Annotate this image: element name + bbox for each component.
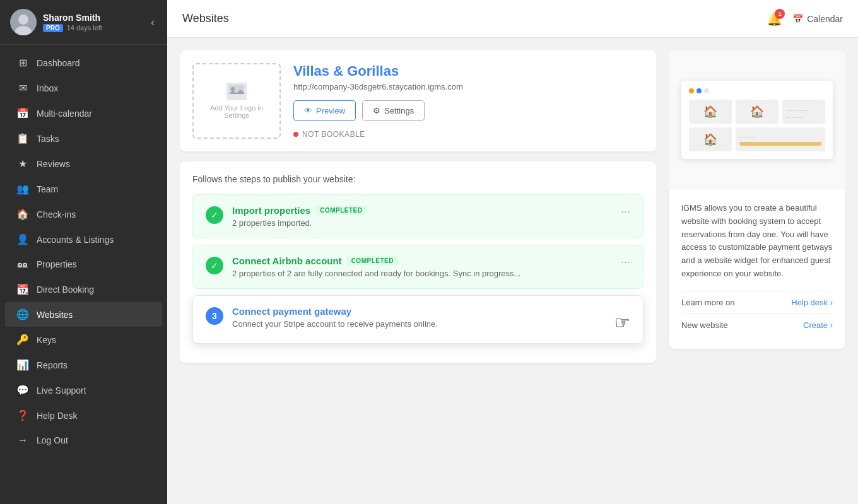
- main-area: Websites 🔔 1 📅 Calendar: [167, 0, 858, 504]
- step-badge-2: COMPLETED: [347, 256, 398, 266]
- help-desk-link[interactable]: Help desk ›: [791, 298, 833, 307]
- calendar-button[interactable]: 📅 Calendar: [792, 14, 843, 24]
- sidebar-item-reports[interactable]: 📊 Reports: [5, 353, 162, 377]
- dashboard-icon: ⊞: [16, 57, 29, 69]
- calendar-icon: 📅: [792, 14, 803, 24]
- step-check-2: ✓: [206, 257, 223, 274]
- sidebar-item-team[interactable]: 👥 Team: [5, 177, 162, 201]
- step-desc-2: 2 properties of 2 are fully connected an…: [232, 269, 520, 278]
- website-mockup: 🏠 🏠 —— —— — —— 🏠 — ——: [681, 81, 833, 159]
- step-number-3: 3: [206, 307, 223, 325]
- step-check-1: ✓: [206, 206, 223, 224]
- mockup-card-2: 🏠: [736, 100, 779, 124]
- sidebar-item-check-ins[interactable]: 🏠 Check-ins: [5, 202, 162, 226]
- step-card-1[interactable]: ✓ Import properties COMPLETED 2 properti…: [192, 194, 644, 238]
- cursor-hand-icon: ☞: [614, 312, 630, 333]
- user-name: Sharon Smith: [43, 13, 102, 23]
- eye-icon: 👁: [304, 106, 312, 115]
- tasks-icon: 📋: [16, 132, 29, 144]
- help-desk-icon: ❓: [16, 409, 29, 421]
- sidebar-item-label-tasks: Tasks: [37, 134, 59, 144]
- step-content-1: Import properties COMPLETED 2 properties…: [232, 205, 367, 228]
- sidebar-item-label-help-desk: Help Desk: [37, 411, 78, 421]
- pro-badge: PRO: [43, 24, 63, 32]
- websites-icon: 🌐: [16, 308, 29, 320]
- sidebar-item-label-log-out: Log Out: [37, 435, 68, 445]
- website-info: Villas & Gorillas http://company-36dsget…: [293, 63, 644, 139]
- sidebar-item-label-websites: Websites: [37, 310, 73, 320]
- sidebar-item-tasks[interactable]: 📋 Tasks: [5, 126, 162, 151]
- keys-icon: 🔑: [16, 334, 29, 346]
- gear-icon: ⚙: [373, 106, 380, 115]
- left-panel: Add Your Logo in Settings Villas & Goril…: [180, 50, 656, 491]
- step-left-3: 3 Connect payment gateway Connect your S…: [206, 306, 438, 329]
- live-support-icon: 💬: [16, 384, 29, 396]
- mockup-bar: [739, 142, 821, 146]
- accounts-listings-icon: 👤: [16, 233, 29, 245]
- topbar-actions: 🔔 1 📅 Calendar: [767, 11, 843, 26]
- step-desc-1: 2 properties imported.: [232, 218, 367, 228]
- step-title-row-3: Connect payment gateway: [232, 306, 438, 317]
- main-content: Add Your Logo in Settings Villas & Goril…: [167, 38, 858, 504]
- sidebar-item-live-support[interactable]: 💬 Live Support: [5, 378, 162, 402]
- step-desc-3: Connect your Stripe account to receive p…: [232, 319, 438, 329]
- sidebar-item-multi-calendar[interactable]: 📅 Multi-calendar: [5, 101, 162, 126]
- sidebar-item-label-properties: Properties: [37, 259, 77, 269]
- sidebar-item-dashboard[interactable]: ⊞ Dashboard: [5, 50, 162, 75]
- right-panel: 🏠 🏠 —— —— — —— 🏠 — ——: [669, 50, 845, 491]
- mockup-dot-2: [696, 88, 702, 93]
- sidebar-item-direct-booking[interactable]: 📆 Direct Booking: [5, 277, 162, 302]
- step-card-2[interactable]: ✓ Connect Airbnb account COMPLETED 2 pro…: [192, 245, 644, 289]
- sidebar-item-label-multi-calendar: Multi-calendar: [37, 108, 92, 119]
- check-ins-icon: 🏠: [16, 208, 29, 220]
- mockup-dots: [689, 88, 825, 93]
- sidebar-item-label-check-ins: Check-ins: [37, 209, 76, 220]
- step-menu-1[interactable]: ···: [621, 205, 630, 218]
- logo-placeholder-text: Add Your Logo in Settings: [210, 104, 263, 119]
- new-website-label: New website: [681, 320, 728, 330]
- step-menu-2[interactable]: ···: [621, 255, 630, 269]
- website-name: Villas & Gorillas: [293, 63, 644, 79]
- multi-calendar-icon: 📅: [16, 107, 29, 119]
- info-panel: iGMS allows you to create a beautiful we…: [669, 189, 845, 349]
- properties-icon: 🏘: [16, 259, 29, 270]
- step-title-2: Connect Airbnb account: [232, 255, 342, 266]
- sidebar-item-label-keys: Keys: [37, 335, 56, 345]
- avatar: [10, 9, 37, 35]
- page-title: Websites: [182, 12, 229, 25]
- settings-button[interactable]: ⚙ Settings: [362, 100, 425, 121]
- sidebar-item-keys[interactable]: 🔑 Keys: [5, 327, 162, 352]
- log-out-icon: →: [16, 435, 29, 446]
- steps-section: Follows the steps to publish your websit…: [180, 161, 656, 363]
- create-website-link[interactable]: Create ›: [803, 320, 833, 330]
- step-title-1: Import properties: [232, 205, 310, 216]
- sidebar-item-accounts-listings[interactable]: 👤 Accounts & Listings: [5, 227, 162, 252]
- sidebar-item-log-out[interactable]: → Log Out: [5, 428, 162, 452]
- days-left-badge: 14 days left: [67, 24, 102, 32]
- mockup-card-1: 🏠: [689, 100, 732, 124]
- preview-button[interactable]: 👁 Preview: [293, 100, 356, 121]
- learn-more-row: Learn more on Help desk ›: [681, 291, 833, 314]
- step-card-3[interactable]: 3 Connect payment gateway Connect your S…: [192, 295, 644, 344]
- website-card: Add Your Logo in Settings Villas & Goril…: [180, 50, 656, 151]
- collapse-sidebar-button[interactable]: ‹: [148, 13, 157, 32]
- sidebar-item-inbox[interactable]: ✉ Inbox: [5, 76, 162, 100]
- step-content-2: Connect Airbnb account COMPLETED 2 prope…: [232, 255, 520, 278]
- sidebar-item-help-desk[interactable]: ❓ Help Desk: [5, 403, 162, 428]
- sidebar-item-reviews[interactable]: ★ Reviews: [5, 151, 162, 176]
- step-title-3: Connect payment gateway: [232, 306, 351, 317]
- steps-title: Follows the steps to publish your websit…: [192, 174, 644, 184]
- step-left-2: ✓ Connect Airbnb account COMPLETED 2 pro…: [206, 255, 520, 278]
- sidebar: Sharon Smith PRO 14 days left ‹ ⊞ Dashbo…: [0, 0, 167, 504]
- user-info: Sharon Smith PRO 14 days left: [43, 13, 102, 32]
- notification-button[interactable]: 🔔 1: [767, 11, 782, 26]
- sidebar-item-websites[interactable]: 🌐 Websites: [5, 302, 162, 327]
- info-text: iGMS allows you to create a beautiful we…: [681, 202, 833, 281]
- sidebar-header: Sharon Smith PRO 14 days left ‹: [0, 0, 167, 45]
- team-icon: 👥: [16, 183, 29, 195]
- website-url: http://company-36dsgetr6.staycation.igms…: [293, 82, 644, 91]
- mockup-grid: 🏠 🏠 —— —— — —— 🏠 — ——: [689, 100, 825, 151]
- sidebar-item-label-team: Team: [37, 184, 58, 194]
- sidebar-item-properties[interactable]: 🏘 Properties: [5, 252, 162, 276]
- direct-booking-icon: 📆: [16, 283, 29, 295]
